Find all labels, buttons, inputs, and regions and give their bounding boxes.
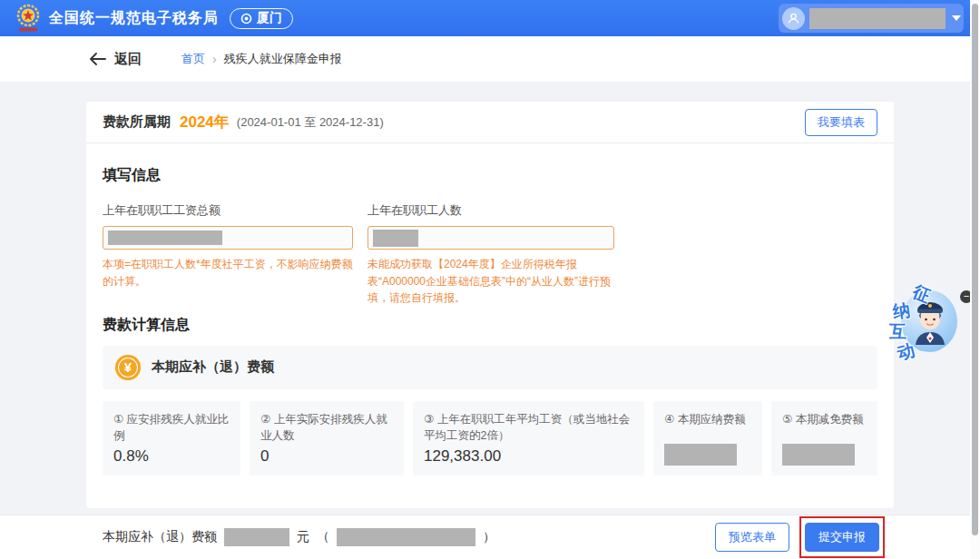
wage-total-note: 本项=在职职工人数*年度社平工资，不影响应纳费额的计算。 bbox=[103, 256, 353, 290]
col-header: ① 应安排残疾人就业比例 bbox=[113, 411, 230, 444]
location-selector[interactable]: 厦门 bbox=[230, 8, 293, 29]
payable-panel-title: 本期应补（退）费额 bbox=[152, 358, 274, 376]
footer-buttons: 预览表单 提交申报 bbox=[715, 516, 885, 558]
employee-count-label: 上年在职职工人数 bbox=[368, 202, 614, 219]
footer-payable-label: 本期应补（退）费额 bbox=[103, 529, 217, 545]
fill-info-form: 上年在职职工工资总额 本项=在职职工人数*年度社平工资，不影响应纳费额的计算。 … bbox=[103, 202, 877, 307]
user-avatar-icon bbox=[782, 7, 805, 30]
user-menu[interactable] bbox=[779, 4, 964, 33]
footer-paren-open: （ bbox=[317, 529, 329, 545]
declaration-card: 费款所属期 2024年 (2024-01-01 至 2024-12-31) 我要… bbox=[86, 102, 894, 508]
footer-unit: 元 bbox=[297, 529, 309, 545]
coin-icon: ¥ bbox=[115, 355, 141, 380]
field-wage-total: 上年在职职工工资总额 本项=在职职工人数*年度社平工资，不影响应纳费额的计算。 bbox=[103, 202, 353, 307]
tax-bureau-logo-icon bbox=[15, 4, 42, 33]
fee-period-row: 费款所属期 2024年 (2024-01-01 至 2024-12-31) 我要… bbox=[86, 102, 894, 143]
preview-form-button[interactable]: 预览表单 bbox=[715, 523, 789, 552]
back-label: 返回 bbox=[114, 51, 142, 68]
back-button[interactable]: 返回 bbox=[89, 51, 142, 68]
redacted-reduction-amount bbox=[782, 444, 855, 466]
scrollbar-thumb[interactable] bbox=[972, 4, 978, 535]
submit-declaration-button[interactable]: 提交申报 bbox=[805, 523, 879, 552]
col-header: ④ 本期应纳费额 bbox=[664, 411, 751, 427]
calc-table: ① 应安排残疾人就业比例 0.8% ② 上年实际安排残疾人就业人数 0 ③ 上年… bbox=[103, 401, 877, 476]
col-employment-ratio: ① 应安排残疾人就业比例 0.8% bbox=[103, 401, 240, 476]
col-reduction-amount: ⑤ 本期减免费额 bbox=[771, 401, 877, 476]
col-average-wage: ③ 上年在职职工年平均工资（或当地社会平均工资的2倍） 129,383.00 bbox=[413, 401, 644, 476]
col-value: 0 bbox=[260, 447, 393, 466]
location-pin-icon bbox=[240, 13, 252, 25]
col-disabled-employed: ② 上年实际安排残疾人就业人数 0 bbox=[250, 401, 404, 476]
calc-info-title: 费款计算信息 bbox=[103, 316, 877, 335]
col-payable-amount: ④ 本期应纳费额 bbox=[653, 401, 762, 476]
fee-period-label: 费款所属期 bbox=[103, 113, 171, 131]
redacted-employee-count-value bbox=[373, 230, 418, 247]
col-header: ⑤ 本期减免费额 bbox=[782, 411, 867, 427]
col-header: ③ 上年在职职工年平均工资（或当地社会平均工资的2倍） bbox=[424, 411, 633, 444]
redacted-wage-total-value bbox=[108, 230, 222, 245]
fee-period-range: (2024-01-01 至 2024-12-31) bbox=[237, 114, 384, 131]
redacted-footer-amount bbox=[224, 528, 289, 546]
breadcrumb-separator-icon: › bbox=[212, 52, 217, 66]
employee-count-input[interactable] bbox=[368, 226, 614, 250]
screen: 全国统一规范电子税务局 厦门 返回 bbox=[0, 0, 980, 559]
location-label: 厦门 bbox=[257, 10, 282, 26]
breadcrumb-bar: 返回 首页 › 残疾人就业保障金申报 bbox=[0, 36, 980, 82]
redacted-payable-amount bbox=[664, 444, 737, 466]
breadcrumb-home[interactable]: 首页 bbox=[181, 51, 205, 67]
redacted-username bbox=[809, 8, 946, 29]
col-value: 0.8% bbox=[113, 447, 230, 466]
field-employee-count: 上年在职职工人数 未能成功获取【2024年度】企业所得税年报表“A000000企… bbox=[368, 202, 614, 307]
submit-annotation-box: 提交申报 bbox=[799, 516, 885, 558]
calc-info-section: 费款计算信息 ¥ 本期应补（退）费额 ① 应安排残疾人就业比例 0.8% ② 上… bbox=[86, 316, 894, 476]
chevron-down-icon bbox=[952, 15, 961, 21]
col-value: 129,383.00 bbox=[424, 447, 633, 466]
back-arrow-icon bbox=[89, 53, 106, 65]
fill-form-button[interactable]: 我要填表 bbox=[805, 109, 877, 136]
employee-count-note: 未能成功获取【2024年度】企业所得税年报表“A000000企业基础信息表”中的… bbox=[368, 256, 614, 307]
scrollbar-track bbox=[970, 0, 980, 559]
fee-period-year: 2024年 bbox=[180, 112, 230, 132]
tax-interaction-assistant-widget[interactable]: 征 纳 互 动 − bbox=[885, 280, 977, 370]
wage-total-input[interactable] bbox=[103, 226, 353, 250]
footer-paren-close: ） bbox=[483, 529, 495, 545]
action-footer: 本期应补（退）费额 元 （ ） 预览表单 提交申报 bbox=[0, 515, 980, 559]
col-header: ② 上年实际安排残疾人就业人数 bbox=[260, 411, 393, 444]
breadcrumb: 首页 › 残疾人就业保障金申报 bbox=[181, 51, 342, 67]
redacted-footer-amount-words bbox=[337, 528, 475, 546]
fill-info-title: 填写信息 bbox=[103, 166, 877, 185]
breadcrumb-current: 残疾人就业保障金申报 bbox=[224, 51, 342, 67]
payable-panel: ¥ 本期应补（退）费额 bbox=[103, 346, 877, 389]
fill-info-section: 填写信息 上年在职职工工资总额 本项=在职职工人数*年度社平工资，不影响应纳费额… bbox=[86, 166, 894, 307]
app-title: 全国统一规范电子税务局 bbox=[49, 9, 219, 28]
app-header: 全国统一规范电子税务局 厦门 bbox=[0, 0, 980, 36]
wage-total-label: 上年在职职工工资总额 bbox=[103, 202, 353, 219]
footer-summary: 本期应补（退）费额 元 （ ） bbox=[103, 515, 495, 559]
